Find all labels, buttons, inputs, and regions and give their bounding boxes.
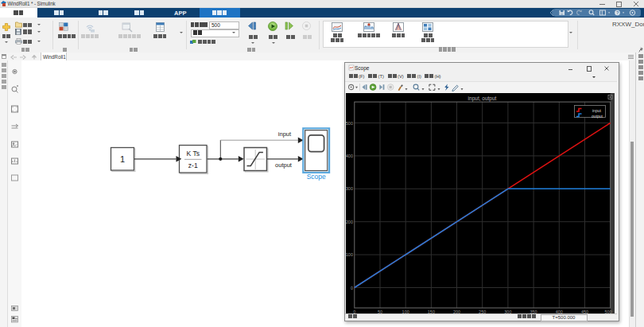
- svg-text:output: output: [275, 162, 293, 169]
- svg-text:output: output: [592, 113, 603, 118]
- svg-text:input: input: [278, 130, 292, 138]
- svg-text:300: 300: [346, 186, 353, 191]
- svg-text:400: 400: [346, 153, 353, 158]
- svg-text:K Ts: K Ts: [187, 150, 200, 158]
- svg-text:100: 100: [346, 252, 353, 257]
- svg-text:0: 0: [351, 285, 353, 290]
- svg-text:z-1: z-1: [188, 162, 198, 169]
- svg-text:1: 1: [120, 154, 125, 164]
- svg-text:200: 200: [346, 219, 353, 224]
- svg-text:Scope: Scope: [307, 173, 326, 181]
- svg-text:input, output: input, output: [468, 95, 497, 101]
- svg-text:500: 500: [346, 120, 353, 125]
- svg-text:input: input: [592, 108, 601, 113]
